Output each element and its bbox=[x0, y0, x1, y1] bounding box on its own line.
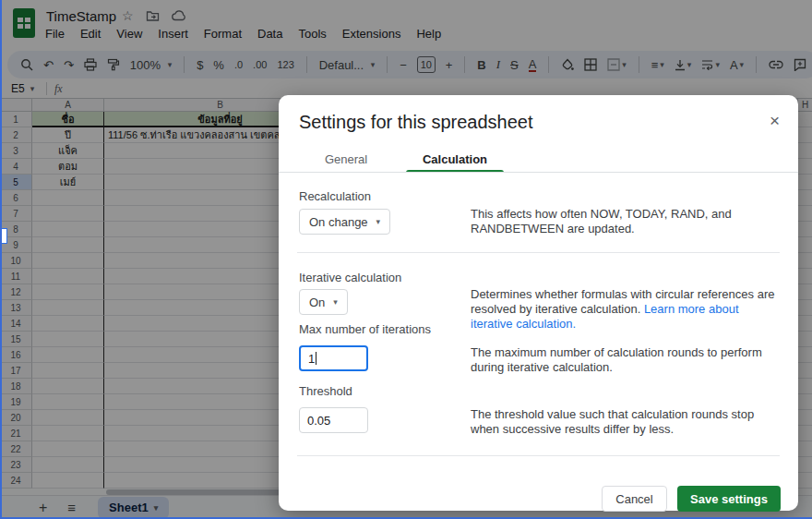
threshold-label: Threshold bbox=[299, 384, 352, 398]
recalculation-value: On change bbox=[309, 215, 368, 229]
dialog-tabs: General Calculation bbox=[297, 146, 504, 172]
save-settings-button[interactable]: Save settings bbox=[677, 486, 781, 512]
threshold-description: The threshold value such that calculatio… bbox=[471, 407, 782, 437]
window-border bbox=[0, 0, 2, 519]
iterative-calculation-value: On bbox=[309, 296, 325, 309]
text-cursor bbox=[316, 352, 316, 365]
footer-divider bbox=[297, 455, 780, 456]
tab-general[interactable]: General bbox=[297, 146, 395, 172]
tab-calculation[interactable]: Calculation bbox=[406, 146, 504, 172]
dialog-title: Settings for this spreadsheet bbox=[299, 112, 532, 133]
iterative-calculation-dropdown[interactable]: On ▾ bbox=[299, 289, 348, 315]
section-divider bbox=[297, 252, 780, 253]
threshold-value: 0.05 bbox=[307, 414, 330, 428]
max-iterations-label: Max number of iterations bbox=[299, 322, 431, 336]
chevron-down-icon: ▾ bbox=[333, 297, 338, 307]
recalculation-label: Recalculation bbox=[299, 189, 371, 203]
close-icon[interactable]: × bbox=[770, 112, 780, 129]
chevron-down-icon: ▾ bbox=[376, 217, 381, 226]
cancel-button[interactable]: Cancel bbox=[602, 486, 667, 512]
tabs-divider bbox=[279, 172, 798, 173]
recalculation-dropdown[interactable]: On change ▾ bbox=[299, 209, 390, 235]
spreadsheet-settings-dialog: Settings for this spreadsheet × General … bbox=[279, 95, 798, 511]
threshold-input[interactable]: 0.05 bbox=[299, 407, 368, 433]
max-iterations-description: The maximum number of calculation rounds… bbox=[471, 345, 782, 375]
recalculation-description: This affects how often NOW, TODAY, RAND,… bbox=[471, 207, 782, 236]
iterative-calculation-label: Iterative calculation bbox=[299, 271, 401, 284]
max-iterations-value: 1 bbox=[308, 352, 315, 366]
iterative-calculation-description: Determines whether formulas with circula… bbox=[471, 287, 782, 332]
max-iterations-input[interactable]: 1 bbox=[299, 345, 368, 371]
